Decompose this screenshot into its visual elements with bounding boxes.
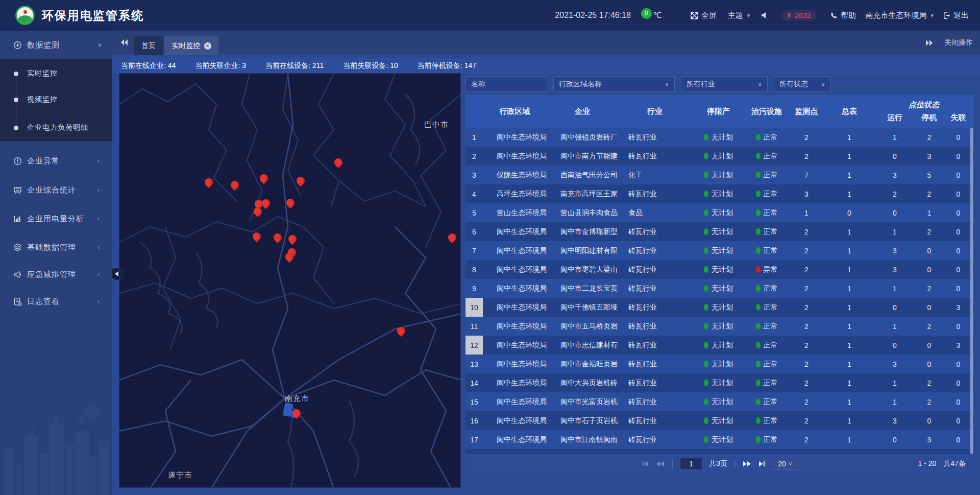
next-page-icon: [743, 460, 751, 467]
sidebar-item-video-monitor[interactable]: 视频监控: [0, 92, 112, 107]
table-row[interactable]: 17 阆中生态环境局 阆中市江南镇阆南页岩 砖瓦行业 无计划 正常 2 1 0 …: [465, 430, 974, 449]
table-row[interactable]: 4 高坪生态环境局 南充市高坪区王家店建 砖瓦行业 无计划 正常 3 1 2 2…: [465, 184, 974, 203]
table-row[interactable]: 15 阆中生态环境局 阆中市光富页岩机砖厂 砖瓦行业 无计划 正常 2 1 1 …: [465, 392, 974, 411]
cell-monitor: 2: [788, 411, 825, 430]
cell-company: 阆中市光富页岩机砖厂: [547, 392, 618, 411]
cell-run: 0: [874, 336, 916, 355]
table-row[interactable]: 10 阆中生态环境局 阆中千佛镇五郎垭页岩 砖瓦行业 无计划 正常 2 1 0 …: [465, 298, 974, 317]
notification-badge[interactable]: 2632: [781, 10, 817, 20]
table-scrollbar[interactable]: [970, 128, 973, 454]
table-row[interactable]: 18 南部生态环境局 南部县砂化水泥有限公 建材加工 无计划 正常 6 0 0 …: [465, 449, 974, 454]
tab-close-icon[interactable]: ✕: [204, 42, 211, 50]
cell-company: 阆中市枣碧大梁山页岩: [547, 260, 618, 279]
table-body: 1 阆中生态环境局 阆中强锐页岩砖厂 砖瓦行业 无计划 正常 2 1 1 2 0: [465, 128, 974, 454]
status-dot-icon: [756, 380, 761, 386]
top-header: 环保用电监管系统 2021-02-25 17:46:18 0 ℃ 全屏 主题 ▾: [0, 0, 980, 31]
status-dot-icon: [756, 342, 761, 348]
table-row[interactable]: 8 阆中生态环境局 阆中市枣碧大梁山页岩 砖瓦行业 无计划 异常 2 1 3 0…: [465, 260, 974, 279]
page-size-select[interactable]: 20 ∨: [772, 458, 798, 470]
sidebar-item-log-view[interactable]: 日志查看 ‹: [0, 290, 112, 313]
next-page-button[interactable]: [743, 460, 751, 467]
table-row[interactable]: 6 阆中生态环境局 阆中市金博瑞新型墙材 砖瓦行业 无计划 正常 2 1 1 2…: [465, 222, 974, 241]
logout-button[interactable]: 退出: [943, 11, 969, 20]
close-operations-button[interactable]: 关闭操作: [944, 38, 973, 48]
sidebar-item-base-data[interactable]: 基础数据管理 ‹: [0, 236, 112, 258]
table-row[interactable]: 13 阆中生态环境局 阆中市金福旺页岩机砖 砖瓦行业 无计划 正常 2 1 3 …: [465, 355, 974, 373]
sidebar-item-realtime-monitor[interactable]: 实时监控: [0, 66, 112, 81]
status-dot-icon: [704, 380, 708, 386]
table-row[interactable]: 3 仪陇生态环境局 西南油气田分公司川中 化工 无计划 正常 7 1 3 5 0: [465, 166, 974, 184]
tabs-scroll-right-button[interactable]: [925, 39, 933, 47]
cell-meter: 1: [825, 128, 874, 147]
cell-stop: 2: [916, 184, 943, 203]
table-row[interactable]: 11 阆中生态环境局 阆中市五马桥页岩机砖 砖瓦行业 无计划 正常 2 1 1 …: [465, 317, 974, 336]
cell-lost: 0: [943, 279, 974, 298]
chevron-down-icon: ∨: [789, 461, 792, 466]
sidebar-item-company-abnormal[interactable]: 企业异常 ‹: [0, 150, 112, 172]
cell-facility: 异常: [745, 260, 788, 279]
table-row[interactable]: 1 阆中生态环境局 阆中强锐页岩砖厂 砖瓦行业 无计划 正常 2 1 1 2 0: [465, 128, 974, 147]
cell-region: 阆中生态环境局: [483, 430, 547, 449]
status-dot-icon: [704, 266, 708, 273]
cell-stop: 3: [916, 147, 943, 166]
table-row[interactable]: 5 营山生态环境局 营山县润丰肉食品有限 食品 无计划 正常 1 0 0 1 0: [465, 203, 974, 222]
app-root: 环保用电监管系统 2021-02-25 17:46:18 0 ℃ 全屏 主题 ▾: [0, 0, 980, 495]
megaphone-icon: [13, 270, 22, 279]
stat-online-company: 当前在线企业:44: [121, 61, 176, 70]
table-row[interactable]: 12 阆中生态环境局 阆中市忠信建材有限公 砖瓦行业 无计划 正常 2 1 0 …: [465, 336, 974, 355]
cell-meter: 1: [825, 392, 874, 411]
table-row[interactable]: 2 阆中生态环境局 阆中市南方节能建材有 砖瓦行业 无计划 正常 2 1 0 3…: [465, 147, 974, 166]
cell-industry: 砖瓦行业: [618, 184, 692, 203]
sidebar-item-emergency-reduction[interactable]: 应急减排管理 ‹: [0, 263, 112, 286]
stat-online-device: 当前在线设备:211: [265, 61, 324, 70]
status-dot-icon: [756, 436, 761, 443]
status-dot-icon: [704, 172, 708, 178]
chevron-left-icon: ‹: [97, 157, 100, 164]
theme-dropdown[interactable]: 主题 ▾: [728, 11, 750, 20]
cell-lost: 0: [943, 203, 974, 222]
prev-page-button[interactable]: [656, 460, 665, 467]
temperature-badge: 0: [641, 8, 652, 19]
sidebar-item-company-statistics[interactable]: 企业综合统计 ‹: [0, 179, 112, 201]
cell-run: 2: [874, 184, 916, 203]
cell-production: 无计划: [692, 147, 745, 166]
col-meter: 总表: [825, 95, 874, 128]
table-row[interactable]: 16 阆中生态环境局 阆中市石子页岩机砖厂 砖瓦行业 无计划 正常 2 1 3 …: [465, 411, 974, 430]
name-filter-input[interactable]: 名称: [465, 76, 547, 92]
cell-monitor: 2: [788, 317, 825, 336]
table-row[interactable]: 9 阆中生态环境局 阆中市二龙长宝页岩砖 砖瓦行业 无计划 正常 2 1 1 2…: [465, 279, 974, 298]
cell-lost: 0: [943, 260, 974, 279]
page-number-input[interactable]: 1: [680, 458, 702, 470]
cell-stop: 5: [916, 166, 943, 184]
cell-monitor: 2: [788, 373, 825, 392]
last-page-button[interactable]: [758, 460, 765, 467]
cell-lost: 0: [943, 184, 974, 203]
fullscreen-button[interactable]: 全屏: [691, 11, 717, 20]
datetime-text: 2021-02-25 17:46:18: [555, 11, 631, 20]
help-button[interactable]: 帮助: [830, 11, 856, 20]
cell-facility: 正常: [745, 184, 788, 203]
table-row[interactable]: 14 阆中生态环境局 阆中大兴页岩机砖厂 砖瓦行业 无计划 正常 2 1 1 2…: [465, 373, 974, 392]
cell-company: 阆中市江南镇阆南页岩: [547, 430, 618, 449]
status-filter-select[interactable]: 所有状态 ∨: [774, 76, 831, 92]
org-dropdown[interactable]: 南充市生态环境局 ▾: [865, 11, 934, 20]
sound-button[interactable]: [761, 12, 768, 19]
cell-lost: 0: [943, 355, 974, 373]
tabs-scroll-left-button[interactable]: [120, 38, 129, 46]
cell-monitor: 2: [788, 147, 825, 166]
industry-filter-select[interactable]: 所有行业 ∨: [681, 76, 768, 92]
tab-home[interactable]: 首页: [134, 36, 163, 55]
cell-run: 0: [874, 147, 916, 166]
cell-facility: 正常: [745, 373, 788, 392]
table-row[interactable]: 7 阆中生态环境局 阆中明阳建材有限公司 砖瓦行业 无计划 正常 2 1 3 0…: [465, 241, 974, 260]
col-lost: 失联: [943, 111, 974, 128]
status-dot-icon: [756, 361, 761, 367]
status-dot-icon: [756, 153, 761, 159]
first-page-button[interactable]: [642, 460, 649, 467]
sidebar-item-power-load-detail[interactable]: 企业电力负荷明细: [0, 121, 112, 135]
map-panel[interactable]: 巴中市 南充市 遂宁市: [119, 73, 461, 488]
sidebar-item-data-monitor[interactable]: 数据监测 ∨: [0, 34, 112, 56]
sidebar-item-power-analysis[interactable]: 企业用电量分析 ‹: [0, 207, 112, 230]
tab-realtime-monitor[interactable]: 实时监控 ✕: [164, 36, 218, 55]
region-filter-select[interactable]: 行政区域名称 ∨: [553, 76, 675, 92]
